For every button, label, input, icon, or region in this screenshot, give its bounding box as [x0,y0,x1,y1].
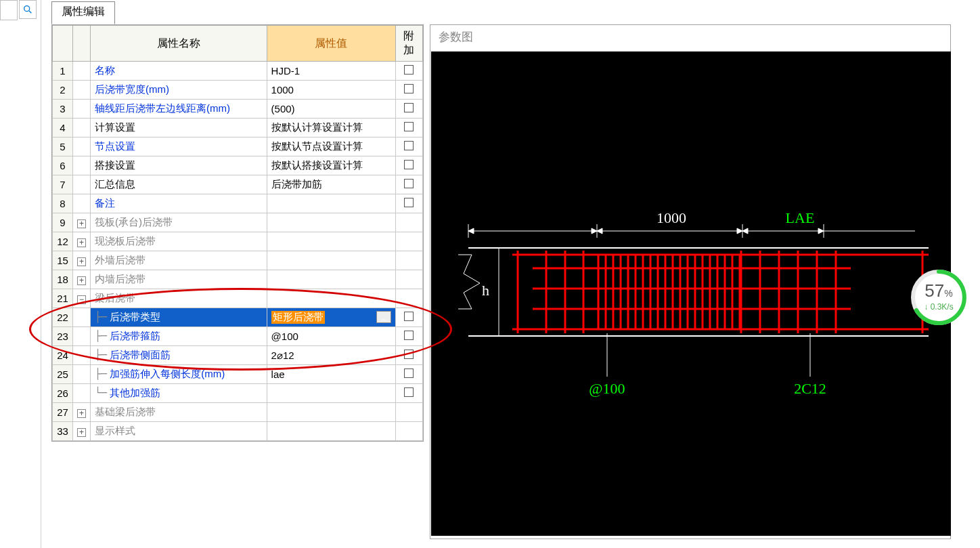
attach-cell [395,289,422,308]
row-number: 3 [53,100,73,119]
expander-cell[interactable]: + [73,403,91,422]
property-name: 现浇板后浇带 [91,232,267,251]
table-row[interactable]: 5节点设置按默认节点设置计算 [53,138,423,156]
collapse-icon[interactable]: − [77,295,86,304]
property-value[interactable] [267,213,395,232]
attach-cell[interactable] [395,308,422,327]
property-name: ├─后浇带侧面筋 [91,346,267,365]
property-value[interactable]: @100 [267,327,395,346]
tab-row: 属性编辑 [51,3,115,24]
property-name: 备注 [91,194,267,213]
table-row[interactable]: 4计算设置按默认计算设置计算 [53,119,423,138]
property-value[interactable] [267,251,395,270]
expander-cell[interactable]: + [73,422,91,441]
checkbox[interactable] [404,179,414,188]
property-name: 轴线距后浇带左边线距离(mm) [91,100,267,119]
attach-cell[interactable] [395,81,422,100]
property-value[interactable]: 矩形后浇带... [267,308,395,327]
property-value[interactable]: 按默认节点设置计算 [267,138,395,156]
property-value[interactable] [267,384,395,403]
property-value[interactable] [267,403,395,422]
tab-property-editor[interactable]: 属性编辑 [51,1,115,24]
property-value[interactable] [267,232,395,251]
table-row[interactable]: 22├─后浇带类型矩形后浇带... [53,308,423,327]
table-row[interactable]: 23├─后浇带箍筋@100 [53,327,423,346]
expander-cell[interactable]: + [73,270,91,289]
attach-cell[interactable] [395,62,422,81]
attach-cell[interactable] [395,365,422,384]
search-input[interactable] [0,0,18,20]
expand-icon[interactable]: + [77,219,86,228]
attach-cell [395,403,422,422]
svg-line-1 [29,11,31,13]
property-value[interactable] [267,194,395,213]
attach-cell[interactable] [395,138,422,156]
expander-cell[interactable]: − [73,289,91,308]
property-value[interactable]: HJD-1 [267,62,395,81]
browse-button[interactable]: ... [376,311,391,323]
attach-cell[interactable] [395,100,422,119]
expand-icon[interactable]: + [77,238,86,247]
attach-cell[interactable] [395,119,422,138]
expand-icon[interactable]: + [77,428,86,437]
expand-icon[interactable]: + [77,409,86,418]
table-row[interactable]: 24├─后浇带侧面筋2⌀12 [53,346,423,365]
table-row[interactable]: 33+显示样式 [53,422,423,441]
expand-icon[interactable]: + [77,276,86,285]
checkbox[interactable] [404,141,414,150]
table-row[interactable]: 9+筏板(承台)后浇带 [53,213,423,232]
table-row[interactable]: 15+外墙后浇带 [53,251,423,270]
table-row[interactable]: 25├─加强筋伸入每侧长度(mm)lae [53,365,423,384]
table-row[interactable]: 1名称HJD-1 [53,62,423,81]
property-value[interactable] [267,270,395,289]
property-value[interactable]: 后浇带加筋 [267,175,395,194]
table-row[interactable]: 27+基础梁后浇带 [53,403,423,422]
expander-cell[interactable]: + [73,232,91,251]
property-value[interactable]: 按默认计算设置计算 [267,119,395,138]
attach-cell[interactable] [395,175,422,194]
property-value[interactable] [267,289,395,308]
table-row[interactable]: 12+现浇板后浇带 [53,232,423,251]
property-value[interactable]: (500) [267,100,395,119]
table-row[interactable]: 21−梁后浇带 [53,289,423,308]
attach-cell[interactable] [395,194,422,213]
table-row[interactable]: 8备注 [53,194,423,213]
checkbox[interactable] [404,387,414,397]
expander-cell[interactable]: + [73,213,91,232]
checkbox[interactable] [404,122,414,131]
property-value[interactable]: 按默认搭接设置计算 [267,156,395,175]
checkbox[interactable] [404,312,414,321]
svg-marker-12 [818,228,824,234]
row-number: 33 [53,422,73,441]
attach-cell [395,251,422,270]
checkbox[interactable] [404,160,414,169]
attach-cell[interactable] [395,384,422,403]
table-row[interactable]: 6搭接设置按默认搭接设置计算 [53,156,423,175]
property-value[interactable] [267,422,395,441]
property-value[interactable]: 2⌀12 [267,346,395,365]
property-value[interactable]: 1000 [267,81,395,100]
search-button[interactable] [19,0,37,19]
checkbox[interactable] [404,331,414,340]
checkbox[interactable] [404,103,414,112]
checkbox[interactable] [404,350,414,359]
network-widget[interactable]: 57% ↓ 0.3K/s [910,268,972,326]
table-row[interactable]: 2后浇带宽度(mm)1000 [53,81,423,100]
checkbox[interactable] [404,368,414,378]
attach-cell[interactable] [395,346,422,365]
expand-icon[interactable]: + [77,257,86,266]
table-row[interactable]: 18+内墙后浇带 [53,270,423,289]
checkbox[interactable] [404,198,414,207]
attach-cell[interactable] [395,156,422,175]
reference-diagram-panel: 参数图 1000 LAE [430,24,951,539]
expander-cell[interactable]: + [73,251,91,270]
expander-cell [73,194,91,213]
checkbox[interactable] [404,65,414,75]
table-row[interactable]: 26└─其他加强筋 [53,384,423,403]
property-value[interactable]: lae [267,365,395,384]
row-number: 26 [53,384,73,403]
checkbox[interactable] [404,84,414,93]
table-row[interactable]: 3轴线距后浇带左边线距离(mm)(500) [53,100,423,119]
table-row[interactable]: 7汇总信息后浇带加筋 [53,175,423,194]
attach-cell[interactable] [395,327,422,346]
